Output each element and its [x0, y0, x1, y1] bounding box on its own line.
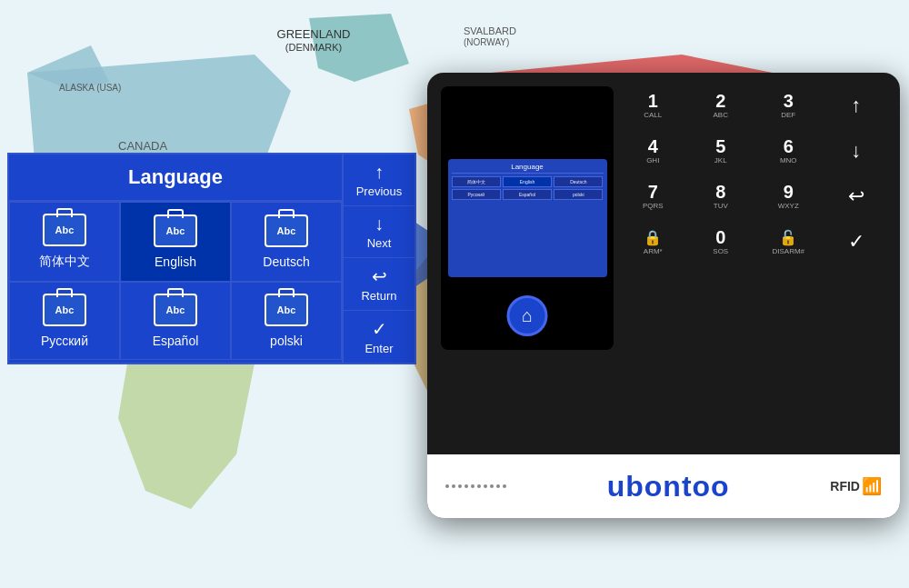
screen-cell-deutsch: Deutsch	[554, 176, 603, 187]
return-arrow-icon: ↩	[372, 265, 387, 287]
key-4[interactable]: 4 GHI	[623, 132, 684, 170]
screen-cell-polski: polski	[554, 189, 603, 200]
language-icon-polski: Abc	[265, 294, 308, 326]
speaker-dot	[458, 484, 462, 488]
keypad-grid: 1 CALL 2 ABC 3 DEF ↑ 4 GHI	[623, 86, 886, 261]
key-2[interactable]: 2 ABC	[691, 86, 752, 125]
key-4-letters: GHI	[646, 156, 659, 164]
enter-check-icon: ✓	[372, 318, 387, 340]
language-option-english[interactable]: Abc English	[120, 202, 231, 282]
svg-text:GREENLAND: GREENLAND	[277, 27, 351, 41]
device-bottom-bar: ubontoo RFID 📶	[427, 454, 900, 518]
key-6-number: 6	[784, 137, 794, 155]
screen-display: Language 简体中文 English Deutsch Русский Es…	[448, 159, 607, 277]
language-panel-title: Language	[9, 154, 342, 202]
key-6[interactable]: 6 MNO	[758, 132, 819, 170]
language-icon-chinese: Abc	[43, 214, 86, 246]
key-arm[interactable]: 🔒 ARM*	[623, 223, 684, 261]
screen-title: Language	[452, 163, 604, 174]
screen-cell-english: English	[503, 176, 552, 187]
device-panel: Language 简体中文 English Deutsch Русский Es…	[427, 73, 909, 545]
language-option-russian[interactable]: Abc Русский	[9, 282, 120, 360]
language-icon-deutsch: Abc	[265, 214, 308, 247]
key-7[interactable]: 7 PQRS	[623, 177, 684, 215]
key-0-number: 0	[715, 228, 725, 246]
brand-name: ubontoo	[607, 470, 730, 503]
key-disarm[interactable]: 🔓 DISARM#	[758, 223, 819, 261]
next-arrow-icon: ↓	[375, 214, 384, 234]
key-1-number: 1	[648, 92, 658, 110]
language-grid: Abc 简体中文 Abc English Abc Deutsch	[9, 202, 342, 360]
language-label-chinese: 简体中文	[39, 254, 90, 270]
key-down-icon: ↓	[851, 139, 861, 163]
next-label: Next	[367, 236, 392, 250]
language-option-deutsch[interactable]: Abc Deutsch	[231, 202, 342, 282]
home-button[interactable]: ⌂	[507, 295, 548, 336]
rfid-badge: RFID 📶	[830, 476, 882, 496]
key-down[interactable]: ↓	[826, 132, 887, 170]
key-1[interactable]: 1 CALL	[623, 86, 684, 125]
svg-text:(DENMARK): (DENMARK)	[285, 42, 342, 53]
key-4-number: 4	[648, 137, 658, 155]
home-icon: ⌂	[522, 305, 533, 326]
language-label-english: English	[155, 254, 196, 269]
screen-cell-chinese: 简体中文	[452, 176, 501, 187]
key-return[interactable]: ↩	[826, 177, 887, 215]
key-9-number: 9	[784, 183, 794, 201]
key-2-number: 2	[715, 92, 725, 110]
previous-button[interactable]: ↑ Previous	[344, 154, 415, 206]
speaker-dot	[445, 484, 449, 488]
key-2-letters: ABC	[714, 111, 728, 119]
screen-cell-russian: Русский	[452, 189, 501, 200]
screen-grid: 简体中文 English Deutsch Русский Español pol…	[452, 176, 604, 200]
key-7-letters: PQRS	[643, 202, 664, 210]
keypad-area: 1 CALL 2 ABC 3 DEF ↑ 4 GHI	[623, 86, 886, 450]
screen-cell-espanol: Español	[503, 189, 552, 200]
return-button[interactable]: ↩ Return	[344, 258, 415, 311]
enter-button[interactable]: ✓ Enter	[344, 311, 415, 363]
language-label-deutsch: Deutsch	[263, 254, 309, 269]
speaker-dot	[464, 484, 468, 488]
key-disarm-label: DISARM#	[772, 247, 804, 255]
key-3[interactable]: 3 DEF	[758, 86, 819, 125]
return-label: Return	[361, 289, 396, 303]
disarm-lock-icon: 🔓	[779, 229, 797, 246]
svg-text:ALASKA (USA): ALASKA (USA)	[59, 83, 121, 93]
enter-label: Enter	[365, 342, 393, 355]
language-option-chinese[interactable]: Abc 简体中文	[9, 202, 120, 282]
key-enter[interactable]: ✓	[826, 223, 887, 261]
key-7-number: 7	[648, 183, 658, 201]
device-screen: Language 简体中文 English Deutsch Русский Es…	[441, 86, 614, 350]
key-5[interactable]: 5 JKL	[691, 132, 752, 170]
next-button[interactable]: ↓ Next	[344, 206, 415, 258]
language-label-polski: polski	[270, 334, 303, 348]
key-3-letters: DEF	[781, 111, 795, 119]
language-icon-espanol: Abc	[154, 294, 197, 326]
key-8[interactable]: 8 TUV	[691, 177, 752, 215]
rfid-wifi-icon: 📶	[862, 476, 882, 496]
key-9[interactable]: 9 WXYZ	[758, 177, 819, 215]
speaker-dot	[471, 484, 474, 488]
nav-buttons-panel: ↑ Previous ↓ Next ↩ Return ✓ Enter	[344, 153, 416, 364]
key-8-number: 8	[715, 183, 725, 201]
previous-arrow-icon: ↑	[375, 162, 384, 183]
svg-text:SVALBARD: SVALBARD	[464, 25, 516, 36]
key-0[interactable]: 0 SOS	[691, 223, 752, 261]
key-enter-icon: ✓	[848, 230, 864, 254]
device-outer-casing: Language 简体中文 English Deutsch Русский Es…	[427, 73, 900, 518]
key-up[interactable]: ↑	[826, 86, 887, 125]
key-3-number: 3	[784, 92, 794, 110]
speaker-dot	[452, 484, 455, 488]
key-1-letters: CALL	[644, 111, 662, 119]
key-6-letters: MNO	[780, 156, 797, 164]
key-up-icon: ↑	[851, 94, 861, 117]
language-label-espanol: Español	[153, 334, 199, 348]
language-option-espanol[interactable]: Abc Español	[120, 282, 231, 360]
speaker-dot	[490, 484, 494, 488]
key-return-icon: ↩	[848, 184, 864, 208]
svg-text:CANADA: CANADA	[118, 139, 168, 153]
language-icon-english: Abc	[154, 214, 197, 247]
speaker-dot	[484, 484, 487, 488]
key-5-letters: JKL	[714, 156, 727, 164]
language-option-polski[interactable]: Abc polski	[231, 282, 342, 360]
